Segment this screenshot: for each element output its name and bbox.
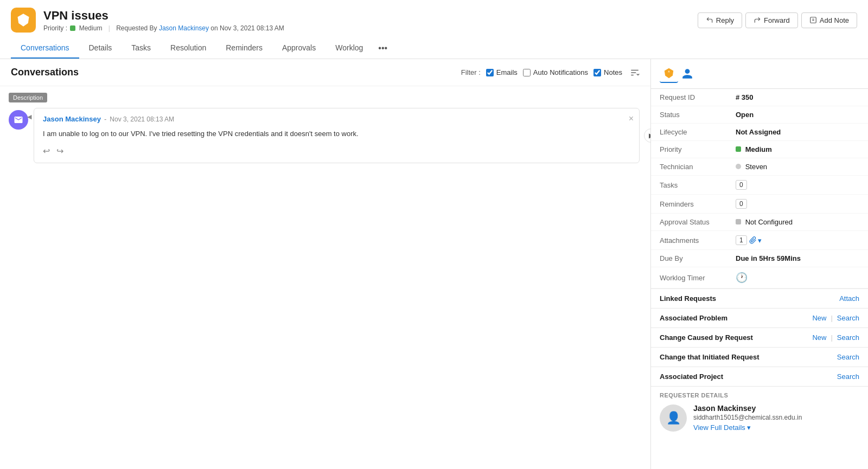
sort-button[interactable]	[630, 68, 640, 78]
approval-status-value: Not Configured	[727, 214, 868, 231]
meta-sep1: |	[108, 24, 110, 32]
msg-reply-btn[interactable]: ↩	[43, 146, 50, 156]
msg-body: I am unable to log on to our VPN. I've t…	[43, 129, 630, 139]
due-by-value: Due in 5Hrs 59Mins	[727, 250, 868, 267]
attachments-value: 1 ▾	[727, 231, 868, 250]
on-text: on	[210, 24, 218, 32]
requester-details-label: REQUESTER DETAILS	[660, 392, 859, 399]
filter-auto-notifications[interactable]: Auto Notifications	[523, 68, 588, 76]
conversations-body: Description ◀ Jason Mackinsey - Nov 3, 2…	[0, 86, 650, 469]
priority-dot	[70, 25, 75, 31]
emails-checkbox[interactable]	[486, 69, 494, 76]
row-lifecycle: Lifecycle Not Assigned	[651, 124, 868, 141]
row-technician: Technician Steven	[651, 158, 868, 176]
expand-panel-btn[interactable]: ▶	[644, 129, 650, 143]
requester-details: Jason Mackinsey siddharth15015@chemical.…	[693, 404, 802, 432]
reminders-value: 0	[727, 195, 868, 214]
view-full-details-link[interactable]: View Full Details ▾	[693, 423, 802, 432]
ticket-date: Nov 3, 2021 08:13 AM	[220, 24, 284, 32]
linked-requests-attach[interactable]: Attach	[839, 294, 859, 303]
associated-problem-label: Associated Problem	[660, 314, 727, 322]
reply-icon	[706, 16, 713, 24]
message-avatar	[9, 110, 28, 130]
associated-problem-search[interactable]: Search	[837, 314, 859, 322]
msg-date: Nov 3, 2021 08:13 AM	[110, 115, 174, 123]
tab-details[interactable]: Details	[79, 38, 122, 59]
ticket-icon	[663, 67, 675, 79]
filter-notes[interactable]: Notes	[593, 68, 622, 76]
header-left: VPN issues Priority : Medium | Requested…	[11, 8, 284, 33]
conv-header-right: Filter : Emails Auto Notifications Notes	[461, 68, 640, 78]
requested-by-label: Requested By	[116, 24, 157, 32]
sort-icon	[630, 68, 640, 78]
associated-problem-new[interactable]: New	[812, 314, 826, 322]
change-caused-new[interactable]: New	[812, 333, 826, 342]
tab-tasks[interactable]: Tasks	[122, 38, 161, 59]
associated-project-search[interactable]: Search	[837, 372, 859, 381]
dropdown-icon: ▾	[758, 236, 762, 245]
tasks-label: Tasks	[651, 176, 727, 195]
associated-project-label: Associated Project	[660, 372, 723, 381]
requester-avatar: 👤	[660, 404, 687, 432]
priority-value: Medium	[79, 24, 103, 32]
left-panel: Conversations Filter : Emails Auto Notif…	[0, 59, 651, 469]
tab-worklog[interactable]: Worklog	[326, 38, 373, 59]
forward-icon	[754, 16, 761, 24]
app-logo	[11, 8, 36, 33]
associated-problem-links: New | Search	[812, 314, 859, 322]
auto-notifications-checkbox[interactable]	[523, 69, 531, 76]
msg-sender: Jason Mackinsey	[43, 115, 101, 123]
main-content: Conversations Filter : Emails Auto Notif…	[0, 59, 868, 469]
sep2: |	[831, 333, 832, 342]
requester-section: REQUESTER DETAILS 👤 Jason Mackinsey sidd…	[651, 386, 868, 437]
technician-value: Steven	[727, 158, 868, 176]
forward-button[interactable]: Forward	[745, 12, 798, 28]
conversations-header: Conversations Filter : Emails Auto Notif…	[0, 59, 650, 86]
reply-label: Reply	[716, 16, 734, 24]
filter-emails[interactable]: Emails	[486, 68, 518, 76]
logo-icon	[16, 12, 31, 28]
email-icon	[14, 115, 23, 125]
ticket-meta: Priority : Medium | Requested By Jason M…	[43, 24, 284, 32]
notes-checkbox[interactable]	[593, 69, 601, 76]
attachments-link[interactable]: ▾	[749, 236, 762, 245]
worklog-timer-value: 🕐	[727, 267, 868, 288]
row-status: Status Open	[651, 106, 868, 124]
change-initiated-label: Change that Initiated Request	[660, 353, 759, 361]
add-note-label: Add Note	[820, 16, 849, 24]
status-value: Open	[727, 106, 868, 124]
reply-button[interactable]: Reply	[698, 12, 742, 28]
change-initiated-row: Change that Initiated Request Search	[651, 347, 868, 367]
row-attachments: Attachments 1 ▾	[651, 231, 868, 250]
requester-link[interactable]: Jason Mackinsey	[159, 24, 209, 32]
change-caused-search[interactable]: Search	[837, 333, 859, 342]
filter-bar: Filter : Emails Auto Notifications Notes	[461, 68, 622, 76]
ticket-title: VPN issues	[43, 9, 284, 23]
msg-dash: -	[104, 115, 106, 123]
linked-requests-label: Linked Requests	[660, 294, 716, 303]
rp-icon-orange[interactable]	[660, 65, 678, 83]
msg-collapse-btn[interactable]: ◀	[27, 113, 31, 120]
change-caused-row: Change Caused by Request New | Search	[651, 327, 868, 347]
sep1: |	[831, 314, 832, 322]
priority-dot	[736, 146, 741, 152]
emails-label: Emails	[496, 68, 518, 76]
tab-conversations[interactable]: Conversations	[11, 38, 79, 59]
change-initiated-search[interactable]: Search	[837, 353, 859, 361]
add-note-button[interactable]: Add Note	[801, 12, 857, 28]
msg-forward-btn[interactable]: ↪	[56, 146, 63, 156]
tab-reminders[interactable]: Reminders	[216, 38, 272, 59]
tab-approvals[interactable]: Approvals	[272, 38, 326, 59]
rp-icon-blue[interactable]	[678, 65, 697, 83]
chevron-down-icon: ▾	[747, 423, 751, 432]
msg-close-btn[interactable]: ×	[629, 114, 634, 124]
row-worklog-timer: Worklog Timer 🕐	[651, 267, 868, 288]
attachments-row: 1 ▾	[736, 235, 859, 245]
tabs-more[interactable]: •••	[373, 38, 393, 59]
timer-icon[interactable]: 🕐	[736, 272, 748, 283]
page-header: VPN issues Priority : Medium | Requested…	[0, 0, 868, 59]
tab-resolution[interactable]: Resolution	[161, 38, 216, 59]
requester-email: siddharth15015@chemical.ssn.edu.in	[693, 414, 802, 421]
message-card-header: Jason Mackinsey - Nov 3, 2021 08:13 AM	[43, 115, 630, 123]
message-container: ◀ Jason Mackinsey - Nov 3, 2021 08:13 AM…	[0, 102, 650, 169]
